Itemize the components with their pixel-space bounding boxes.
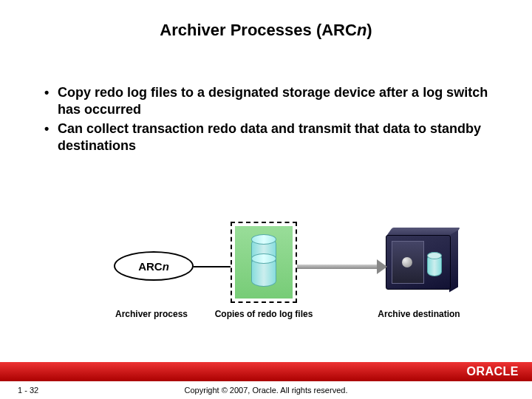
title-prefix: Archiver Processes (ARC [160, 21, 357, 39]
cylinder-icon [251, 257, 276, 287]
bullet-item: Copy redo log files to a designated stor… [44, 84, 495, 117]
arcn-oval: ARCn [114, 251, 194, 281]
slide-title: Archiver Processes (ARCn) [0, 0, 532, 40]
slide: Archiver Processes (ARCn) Copy redo log … [0, 0, 532, 399]
oracle-logo: ORACLE [466, 365, 519, 378]
caption-archiver-process: Archiver process [96, 309, 207, 319]
footer-bar: ORACLE [0, 362, 532, 381]
arcn-n: n [163, 260, 169, 273]
diagram: ARCn Archiver process Copies of redo log… [0, 207, 532, 332]
footer-row: 1 - 32 Copyright © 2007, Oracle. All rig… [0, 381, 532, 399]
safe-knob-icon [402, 257, 412, 267]
content-area: Copy redo log files to a designated stor… [0, 40, 532, 154]
footer: ORACLE 1 - 32 Copyright © 2007, Oracle. … [0, 362, 532, 399]
bullet-list: Copy redo log files to a designated stor… [44, 84, 495, 154]
title-n: n [357, 21, 366, 39]
copyright-text: Copyright © 2007, Oracle. All rights res… [66, 386, 532, 395]
cylinder-group-icon [251, 238, 276, 287]
safe-icon [386, 235, 451, 290]
caption-redo-copies: Copies of redo log files [208, 309, 319, 319]
arrow-icon [297, 265, 378, 269]
redo-log-box [231, 222, 297, 303]
cylinder-icon [427, 254, 442, 276]
page-number: 1 - 32 [0, 386, 66, 395]
arcn-prefix: ARC [138, 260, 163, 273]
title-suffix: ) [366, 21, 372, 39]
caption-archive-destination: Archive destination [364, 309, 474, 319]
bullet-item: Can collect transaction redo data and tr… [44, 120, 495, 154]
